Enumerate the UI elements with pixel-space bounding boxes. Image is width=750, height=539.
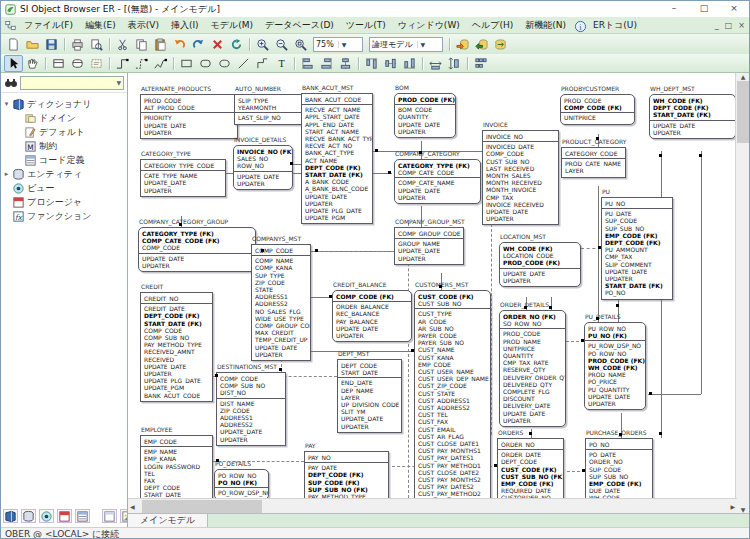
align-right-button[interactable]	[317, 55, 336, 72]
menu-11[interactable]: ERトコ(U)	[587, 19, 643, 32]
print-button[interactable]	[68, 36, 87, 53]
entity-credit_balance[interactable]: COMP_CODE (FK)ORDER_BALANCEREC_BALANCEPA…	[332, 290, 412, 342]
entity-product_category[interactable]: CATEGORY_CODEPROD_CATE_NAMELAYER	[561, 147, 626, 178]
entity-invoice[interactable]: INVOICE_NOINVOICED_DATECOMP_CODECUST_SUB…	[482, 130, 559, 225]
redo-button[interactable]	[189, 36, 208, 53]
db-sync-button[interactable]	[491, 36, 510, 53]
panel-tab-procedure[interactable]	[57, 509, 72, 523]
entity-dept_mst[interactable]: DEPT_CODESTART_DATEEND_DATEDEP_NAMELAYER…	[337, 359, 402, 433]
vertical-scrollbar[interactable]: ▲ ▼	[735, 73, 749, 513]
vertical-scroll-thumb[interactable]	[737, 81, 749, 143]
entity-bank_acut_mst[interactable]: BANK_ACUT_CODERECVE_ACT_NAMEAPPL_START_D…	[301, 93, 373, 224]
entity-employee[interactable]: EMP_CODEEMP_NAMEEMP_KANALOGIN_PASSWORDTE…	[140, 435, 213, 498]
panel-tab-image[interactable]	[120, 509, 128, 523]
zoom-in-button[interactable]	[253, 36, 272, 53]
grid-arrange-button[interactable]	[471, 55, 490, 72]
panel-tab-dictionary[interactable]	[3, 509, 18, 523]
entity-company_category_group[interactable]: CATEGORY_TYPE (FK)COMP_CATE_CODE (FK)COM…	[138, 227, 256, 272]
search-icon[interactable]	[4, 76, 18, 90]
entity-pu[interactable]: PU_NOPU_DATESUP_CODESUP_SUB_NOEMP_CODE (…	[601, 197, 673, 300]
tree-item-dictionary[interactable]: ▾ディクショナリ	[1, 97, 127, 111]
entity-category_type[interactable]: CATEGORY_TYPE_CODECATE_TYPE_NAMEUPDATE_D…	[140, 159, 226, 197]
zoom-area-button[interactable]	[291, 36, 310, 53]
entity-location_mst[interactable]: WH_CODE (FK)LOCATION_CODEPROD_CODE (FK)U…	[499, 242, 581, 287]
hand-tool-button[interactable]	[23, 55, 42, 72]
entity-pu_details[interactable]: PU_ROW_NOPU_NO (FK)PU_ROW_DSP_NOPO_ROW_N…	[584, 322, 646, 410]
menu-7[interactable]: ツール(T)	[340, 19, 392, 32]
entity-purchase_orders[interactable]: PO_NOPO_DATEORDER_NOSUP_CODESUP_SUB_NOEM…	[585, 438, 653, 498]
rel-many-button[interactable]	[151, 55, 170, 72]
align-center-button[interactable]	[336, 55, 355, 72]
mdi-restore-button[interactable]: □	[725, 21, 733, 30]
entity-order_details[interactable]: ORDER_NO (FK)SO_ROW_NOPROD_CODEPROD_NAME…	[499, 310, 566, 427]
entity-auto_number[interactable]: SLIP_TYPEYEARMONTHLAST_SLIP_NO	[234, 94, 309, 125]
rel-non-identifying-button[interactable]	[132, 55, 151, 72]
zoom-out-button[interactable]	[272, 36, 291, 53]
maximize-button[interactable]: □	[689, 1, 719, 17]
menu-10[interactable]: 新機能(N)	[519, 19, 572, 32]
entity-company_category[interactable]: CATEGORY_TYPE (FK)COMP_CATE_CODECOMP_CAT…	[394, 159, 481, 204]
shape-roundrect-button[interactable]	[196, 55, 215, 72]
save-button[interactable]	[42, 36, 61, 53]
tree-item-codedef[interactable]: コード定義	[1, 153, 127, 167]
minimize-button[interactable]: –	[659, 1, 689, 17]
panel-tab-codedef[interactable]	[75, 509, 90, 523]
scroll-down-icon[interactable]: ▼	[736, 506, 750, 513]
close-button[interactable]: ×	[719, 1, 749, 17]
refresh-button[interactable]	[227, 36, 246, 53]
db-export-button[interactable]	[453, 36, 472, 53]
tab-main-model[interactable]: メインモデル	[128, 514, 208, 527]
entity-tool-button[interactable]	[49, 55, 68, 72]
menu-4[interactable]: 挿入(I)	[165, 19, 205, 32]
scroll-up-icon[interactable]: ▲	[736, 73, 750, 80]
tree-item-procedure[interactable]: プロシージャ	[1, 195, 127, 209]
search-input[interactable]: ▼	[20, 76, 124, 90]
new-document-button[interactable]	[4, 36, 23, 53]
cut-button[interactable]	[113, 36, 132, 53]
entity-alternate_products[interactable]: PROD_CODEALT_PROD_CODEPRIORITYUPDATE_DAT…	[140, 94, 238, 139]
mdi-minimize-button[interactable]: _	[715, 21, 719, 30]
shape-text-button[interactable]: T	[272, 55, 291, 72]
menu-2[interactable]: 編集(E)	[79, 19, 122, 32]
rel-identifying-button[interactable]	[113, 55, 132, 72]
tree-expander-icon[interactable]: ▾	[1, 100, 12, 108]
entity-invoice_details[interactable]: INVOICE_NO (FK)SALES_NOROW_NOUPDATE_DATE…	[233, 145, 293, 190]
shape-rect-button[interactable]	[177, 55, 196, 72]
shape-line-button[interactable]	[234, 55, 253, 72]
entity-company_group_mst[interactable]: COMP_GROUP_CODEGROUP_NAMEUPDATE_DATEUPDA…	[394, 227, 464, 265]
entity-orders[interactable]: ORDER_NOORDER_DATEDEPT_CODECUST_CODE (FK…	[497, 438, 564, 498]
delete-button[interactable]	[208, 36, 227, 53]
model-type-select[interactable]: 論理モデル▼	[369, 37, 443, 52]
open-folder-button[interactable]	[23, 36, 42, 53]
entity-customers_mst[interactable]: CUST_CODE (FK)CUST_SUB_NOCUST_TYPEAR_COD…	[414, 290, 491, 498]
menu-9[interactable]: ヘルプ(H)	[466, 19, 519, 32]
tree-item-default[interactable]: デフォルト	[1, 125, 127, 139]
db-import-button[interactable]	[472, 36, 491, 53]
entity-po_details[interactable]: PO_ROW_NOPO_NO (FK)PO_ROW_DSP_NO	[214, 469, 269, 498]
distribute-top-button[interactable]	[362, 55, 381, 72]
copy-button[interactable]	[132, 36, 151, 53]
undo-button[interactable]	[170, 36, 189, 53]
mdi-close-button[interactable]: ×	[738, 21, 745, 30]
panel-tab-view[interactable]	[39, 509, 54, 523]
panel-tab-window[interactable]	[102, 509, 117, 523]
tree-item-entity[interactable]: ▸エンティティ	[1, 167, 127, 181]
entity-pay[interactable]: PAY_NOPAY_DATEDEPT_CODE (FK)SUP_CODE (FK…	[304, 451, 389, 498]
tree-item-constraint[interactable]: M制約	[1, 139, 127, 153]
tree-item-view[interactable]: ビュー	[1, 181, 127, 195]
distribute-bottom-button[interactable]	[400, 55, 419, 72]
entity-bom[interactable]: PROD_CODE (FK)BOM_CODEQUANTITYUPDATE_DAT…	[394, 93, 456, 138]
menu-1[interactable]: ファイル(F)	[18, 19, 79, 32]
search-dropdown-icon[interactable]: ▼	[116, 79, 121, 86]
print-preview-button[interactable]	[87, 36, 106, 53]
zoom-select[interactable]: 75%▼	[313, 37, 363, 52]
menu-6[interactable]: データベース(D)	[259, 19, 340, 32]
horizontal-scroll-thumb[interactable]	[142, 500, 262, 513]
diagram-canvas[interactable]: ALTERNATE_PRODUCTSPROD_CODEALT_PROD_CODE…	[128, 73, 737, 498]
paste-button[interactable]	[151, 36, 170, 53]
menu-8[interactable]: ウィンドウ(W)	[392, 19, 466, 32]
entity-companys_mst[interactable]: COMP_CODECOMP_NAMECOMP_KANASUP_TYPEZIP_C…	[251, 244, 311, 361]
distribute-middle-button[interactable]	[381, 55, 400, 72]
subtype-tool-button[interactable]	[68, 55, 87, 72]
align-left-button[interactable]	[298, 55, 317, 72]
